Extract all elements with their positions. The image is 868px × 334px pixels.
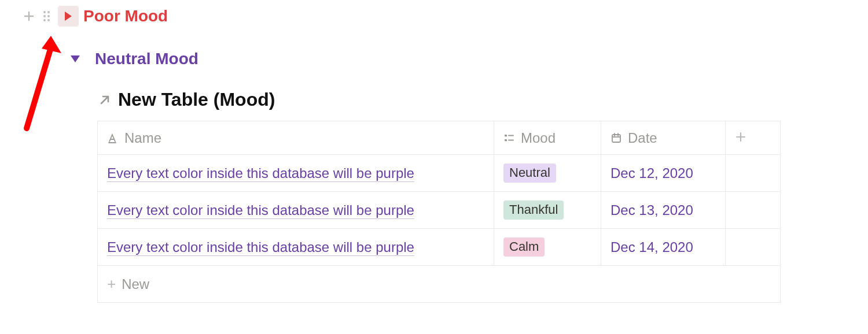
heading-poor-mood[interactable]: Poor Mood bbox=[83, 8, 168, 24]
triangle-down-icon bbox=[71, 55, 80, 62]
table-title: New Table (Mood) bbox=[118, 89, 275, 110]
new-row-label: New bbox=[122, 276, 149, 292]
cell-empty bbox=[726, 155, 781, 192]
svg-rect-1 bbox=[508, 135, 514, 136]
cell-date[interactable]: Dec 13, 2020 bbox=[601, 192, 726, 229]
toggle-expanded-neutral-mood[interactable] bbox=[65, 49, 86, 69]
cell-name[interactable]: Every text color inside this database wi… bbox=[98, 155, 494, 192]
cell-empty bbox=[726, 192, 781, 229]
svg-rect-3 bbox=[508, 139, 514, 140]
block-row-neutral-mood: Neutral Mood bbox=[0, 43, 868, 75]
cell-empty bbox=[726, 229, 781, 266]
table-row[interactable]: Every text color inside this database wi… bbox=[98, 229, 781, 266]
plus-icon: + bbox=[107, 275, 116, 292]
block-row-poor-mood: Poor Mood bbox=[0, 2, 868, 30]
title-property-icon bbox=[107, 132, 119, 144]
cell-date[interactable]: Dec 12, 2020 bbox=[601, 155, 726, 192]
drag-handle[interactable] bbox=[39, 9, 53, 23]
select-property-icon bbox=[503, 132, 515, 144]
table-row[interactable]: Every text color inside this database wi… bbox=[98, 192, 781, 229]
cell-mood[interactable]: Thankful bbox=[494, 192, 601, 229]
mood-tag: Neutral bbox=[503, 164, 556, 183]
column-header-name[interactable]: Name bbox=[98, 121, 494, 155]
database-table: Name Mood Date bbox=[97, 121, 781, 303]
add-column-button[interactable] bbox=[726, 121, 781, 155]
page-link[interactable]: Every text color inside this database wi… bbox=[107, 239, 414, 256]
date-property-icon bbox=[610, 132, 622, 144]
linked-database-block: New Table (Mood) Name bbox=[0, 89, 868, 303]
svg-rect-0 bbox=[505, 135, 507, 136]
page-link[interactable]: Every text color inside this database wi… bbox=[107, 165, 414, 182]
column-header-mood[interactable]: Mood bbox=[494, 121, 601, 155]
cell-mood[interactable]: Calm bbox=[494, 229, 601, 266]
link-arrow-icon bbox=[97, 92, 112, 107]
svg-rect-4 bbox=[612, 135, 620, 142]
heading-neutral-mood[interactable]: Neutral Mood bbox=[95, 51, 198, 67]
table-header-row: Name Mood Date bbox=[98, 121, 781, 155]
cell-mood[interactable]: Neutral bbox=[494, 155, 601, 192]
cell-name[interactable]: Every text color inside this database wi… bbox=[98, 229, 494, 266]
add-block-button[interactable] bbox=[22, 9, 36, 23]
cell-name[interactable]: Every text color inside this database wi… bbox=[98, 192, 494, 229]
column-header-name-label: Name bbox=[124, 130, 161, 146]
column-header-mood-label: Mood bbox=[521, 130, 556, 146]
column-header-date[interactable]: Date bbox=[601, 121, 726, 155]
table-title-row[interactable]: New Table (Mood) bbox=[97, 89, 840, 110]
mood-tag: Thankful bbox=[503, 201, 564, 220]
column-header-date-label: Date bbox=[628, 130, 657, 146]
table-row[interactable]: Every text color inside this database wi… bbox=[98, 155, 781, 192]
page-link[interactable]: Every text color inside this database wi… bbox=[107, 202, 414, 219]
block-handle-controls bbox=[16, 9, 53, 23]
new-row-button[interactable]: +New bbox=[98, 266, 781, 303]
triangle-right-icon bbox=[65, 12, 72, 21]
toggle-collapsed-poor-mood[interactable] bbox=[58, 6, 79, 27]
mood-tag: Calm bbox=[503, 237, 545, 257]
cell-date[interactable]: Dec 14, 2020 bbox=[601, 229, 726, 266]
svg-rect-2 bbox=[505, 139, 507, 141]
